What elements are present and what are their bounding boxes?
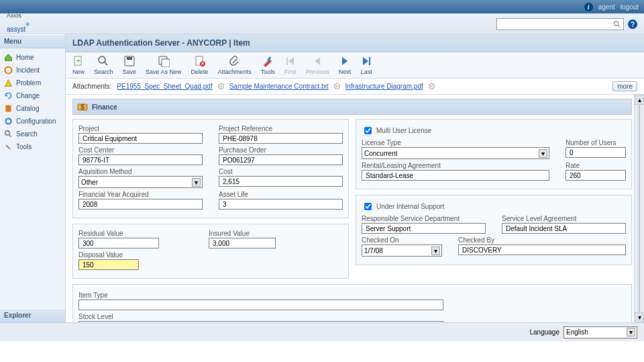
- project-ref-input[interactable]: [219, 133, 343, 144]
- svg-text:$: $: [80, 103, 85, 111]
- sidebar-item-label: Home: [16, 54, 34, 61]
- residual-input[interactable]: [78, 238, 159, 248]
- scroll-thumb[interactable]: [639, 105, 640, 312]
- dept-label: Responsible Service Department: [362, 215, 486, 222]
- multi-user-checkbox[interactable]: [364, 127, 372, 134]
- toolbar-save[interactable]: Save: [123, 55, 137, 75]
- rate-label: Rate: [566, 162, 626, 169]
- toolbar-attachments[interactable]: Attachments: [218, 55, 252, 75]
- fya-input[interactable]: [78, 199, 203, 210]
- stock-level-input[interactable]: [78, 321, 443, 322]
- svg-line-10: [105, 62, 107, 65]
- num-users-label: Number of Users: [566, 139, 626, 146]
- help-icon[interactable]: ?: [628, 19, 637, 29]
- toolbar-first: First: [284, 55, 297, 75]
- num-users-input[interactable]: [566, 147, 626, 158]
- attachment-link[interactable]: Sample Maintenance Contract.txt: [229, 83, 329, 90]
- next-icon: [339, 55, 351, 67]
- sla-input[interactable]: [502, 223, 626, 234]
- sidebar-item-home[interactable]: Home: [0, 51, 65, 64]
- insured-label: Insured Value: [209, 230, 323, 237]
- search-icon: [97, 55, 109, 67]
- chevron-down-icon: ▾: [192, 178, 201, 187]
- lifebuoy-icon: [4, 66, 13, 75]
- attachment-link[interactable]: PE1955_Spec_Sheet_Quad.pdf: [117, 83, 212, 90]
- cost-center-input[interactable]: [78, 154, 203, 165]
- sidebar-item-configuration[interactable]: Configuration: [0, 115, 65, 128]
- po-input[interactable]: [219, 154, 343, 165]
- disposal-input[interactable]: [78, 259, 139, 270]
- sidebar-item-search[interactable]: Search: [0, 128, 65, 140]
- vertical-scrollbar[interactable]: ▴ ▾: [634, 95, 644, 322]
- delete-icon: ×: [194, 55, 206, 67]
- acq-method-select[interactable]: Other▾: [78, 176, 203, 188]
- brand-row: Axios assyst® ?: [0, 13, 644, 34]
- toolbar-last[interactable]: Last: [360, 55, 372, 75]
- rental-input[interactable]: [362, 170, 549, 181]
- rate-input[interactable]: [566, 170, 626, 181]
- sidebar-item-tools[interactable]: Tools: [0, 140, 65, 153]
- attachments-row: Attachments: PE1955_Spec_Sheet_Quad.pdf×…: [66, 79, 644, 95]
- po-label: Purchase Order: [219, 146, 343, 154]
- language-label: Language: [530, 328, 560, 336]
- sla-label: Service Level Agreement: [502, 215, 626, 222]
- explorer-header[interactable]: Explorer: [0, 308, 65, 322]
- sidebar-item-change[interactable]: Change: [0, 89, 65, 102]
- tools-icon: [262, 55, 274, 67]
- language-select[interactable]: English▾: [564, 326, 637, 338]
- item-type-input[interactable]: [78, 300, 443, 310]
- scroll-down-icon[interactable]: ▾: [635, 312, 644, 322]
- svg-rect-20: [369, 57, 370, 65]
- asset-life-input[interactable]: [219, 199, 343, 210]
- checked-by-label: Checked By: [458, 236, 626, 244]
- search-icon: [613, 20, 621, 28]
- chevron-down-icon: ▾: [539, 149, 547, 158]
- toolbar-new[interactable]: +New: [72, 55, 85, 75]
- sidebar-item-catalog[interactable]: Catalog: [0, 102, 65, 115]
- project-input[interactable]: [78, 133, 203, 144]
- logout-link[interactable]: logout: [621, 3, 639, 11]
- toolbar-tools[interactable]: Tools: [261, 55, 275, 75]
- chevron-down-icon: ▾: [627, 328, 635, 336]
- toolbar-delete[interactable]: ×Delete: [191, 55, 209, 75]
- first-icon: [284, 55, 297, 67]
- under-internal-checkbox[interactable]: [364, 203, 372, 210]
- toolbar-search[interactable]: Search: [94, 55, 113, 75]
- attachment-link[interactable]: Infrastructure Diagram.pdf: [345, 83, 423, 90]
- attachments-more-button[interactable]: more: [612, 81, 637, 91]
- cost-input[interactable]: [219, 176, 343, 187]
- cost-label: Cost: [219, 168, 343, 175]
- svg-text:+: +: [76, 57, 80, 64]
- svg-rect-19: [286, 57, 288, 65]
- gear-icon: [4, 117, 13, 126]
- global-search-input[interactable]: [496, 18, 624, 30]
- agent-link[interactable]: agent: [598, 3, 615, 11]
- sidebar-item-incident[interactable]: Incident: [0, 64, 65, 77]
- dept-input[interactable]: [362, 223, 486, 234]
- license-type-select[interactable]: Concurrent▾: [362, 147, 549, 159]
- info-icon[interactable]: i: [584, 3, 593, 11]
- svg-point-5: [5, 131, 10, 136]
- toolbar-save-as-new[interactable]: Save As New: [146, 55, 182, 75]
- toolbar-next[interactable]: Next: [339, 55, 352, 75]
- footer: Language English▾: [0, 322, 644, 341]
- asset-life-label: Asset Life: [219, 191, 343, 198]
- attachment-remove-icon[interactable]: ×: [218, 83, 224, 89]
- checked-by-input[interactable]: [458, 244, 626, 255]
- insured-input[interactable]: [209, 238, 276, 248]
- left-panel: Menu Home Incident Problem Change Catalo…: [0, 34, 66, 322]
- svg-point-4: [5, 118, 11, 124]
- finance-fieldset-2: Residual Value Insured Value Disposal Va…: [72, 224, 349, 279]
- attachment-remove-icon[interactable]: ×: [429, 83, 435, 89]
- warning-icon: [4, 79, 13, 87]
- svg-text:×: ×: [201, 60, 205, 67]
- last-icon: [360, 55, 372, 67]
- checked-on-select[interactable]: 1/7/08▾: [362, 244, 442, 257]
- global-search-field[interactable]: [497, 19, 613, 30]
- attachment-remove-icon[interactable]: ×: [334, 83, 340, 89]
- stock-fieldset: Item Type Stock Level Stock Threshold (%…: [72, 284, 632, 322]
- sidebar-item-problem[interactable]: Problem: [0, 77, 65, 89]
- scroll-up-icon[interactable]: ▴: [635, 95, 644, 105]
- sidebar-item-label: Problem: [16, 79, 41, 87]
- stock-level-label: Stock Level: [78, 313, 626, 320]
